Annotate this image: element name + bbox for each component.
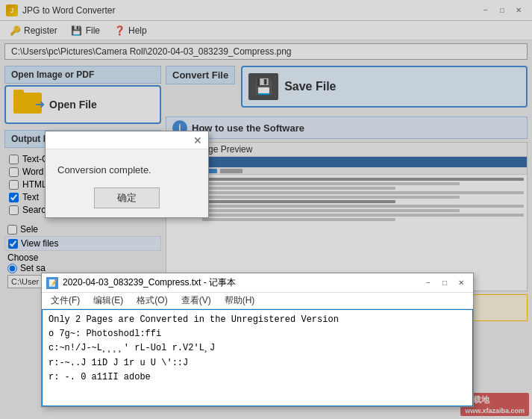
notepad-titlebar: 📝 2020-04-03_083239_Compress.txt - 记事本 −… (42, 273, 473, 293)
modal-close-button[interactable]: ✕ (192, 134, 204, 146)
notepad-window: 📝 2020-04-03_083239_Compress.txt - 记事本 −… (41, 273, 474, 407)
notepad-menu-view[interactable]: 查看(V) (175, 293, 217, 308)
notepad-menu-edit[interactable]: 编辑(E) (87, 293, 129, 308)
notepad-menu-help[interactable]: 帮助(H) (219, 293, 261, 308)
notepad-line-5: c:~n!/J-~L¸¸¸¸' rL-Uol r.V2'L¸J (48, 341, 466, 356)
modal-dialog: ✕ Conversion complete. 确定 (45, 131, 209, 218)
notepad-close-button[interactable]: ✕ (454, 276, 469, 290)
notepad-line-7: r:-~..J 1iD J 1r u U \'::J (48, 356, 466, 370)
notepad-menu-file[interactable]: 文件(F) (45, 293, 86, 308)
notepad-content[interactable]: Only 2 Pages are Converted in the Unregi… (42, 309, 473, 406)
modal-footer: 确定 (46, 183, 208, 217)
notepad-title-left: 📝 2020-04-03_083239_Compress.txt - 记事本 (46, 276, 236, 289)
notepad-line-1: Only 2 Pages are Converted in the Unregi… (48, 313, 466, 327)
notepad-maximize-button[interactable]: □ (437, 276, 452, 290)
notepad-icon: 📝 (46, 277, 58, 289)
notepad-menu-format[interactable]: 格式(O) (131, 293, 173, 308)
notepad-minimize-button[interactable]: − (421, 276, 436, 290)
modal-ok-button[interactable]: 确定 (94, 187, 160, 208)
modal-body: Conversion complete. (46, 149, 208, 183)
notepad-line-3: o 7g~: Photoshodl:ffi (48, 327, 466, 341)
modal-message: Conversion complete. (57, 164, 151, 176)
modal-titlebar: ✕ (46, 131, 208, 149)
notepad-line-9: r: -. 0 a11II adobe (48, 370, 466, 385)
notepad-controls: − □ ✕ (421, 276, 469, 290)
notepad-menubar: 文件(F) 编辑(E) 格式(O) 查看(V) 帮助(H) (42, 293, 473, 309)
notepad-title: 2020-04-03_083239_Compress.txt - 记事本 (63, 276, 236, 289)
